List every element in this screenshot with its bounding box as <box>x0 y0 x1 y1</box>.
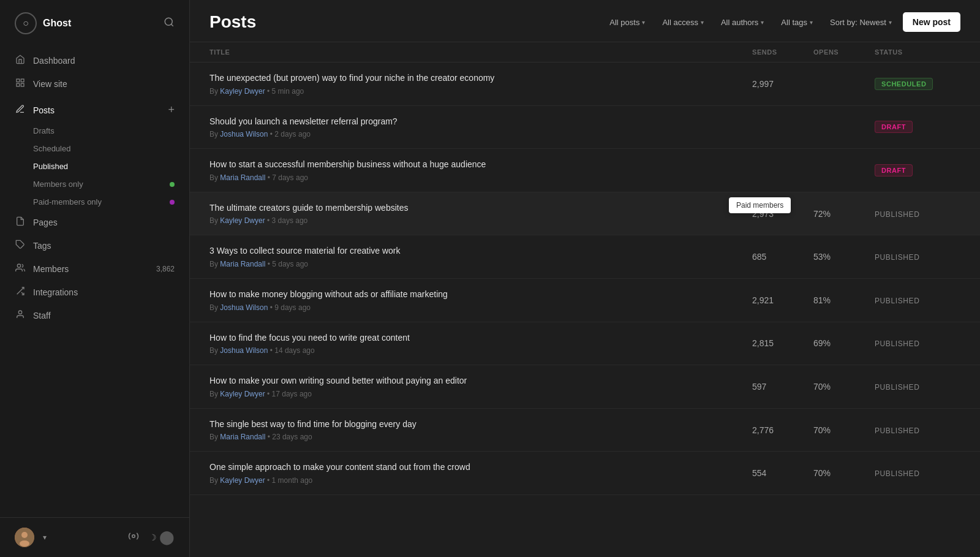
post-info: The single best way to find time for blo… <box>209 419 752 442</box>
opens-cell: 53% <box>813 252 875 262</box>
table-row[interactable]: How to find the focus you need to write … <box>190 322 980 366</box>
sidebar-item-drafts[interactable]: Drafts <box>0 122 189 140</box>
svg-rect-1 <box>17 79 20 82</box>
filter-all-tags[interactable]: All tags ▾ <box>775 14 819 31</box>
table-row[interactable]: Should you launch a newsletter referral … <box>190 106 980 150</box>
brand-logo-icon: ○ <box>15 12 37 34</box>
post-info: How to start a successful membership bus… <box>209 159 752 182</box>
view-site-icon <box>15 78 26 90</box>
post-time: 23 days ago <box>272 433 312 441</box>
post-info: 3 Ways to collect source material for cr… <box>209 245 752 268</box>
post-info: How to find the focus you need to write … <box>209 332 752 355</box>
table-row[interactable]: The ultimate creators guide to membershi… <box>190 192 980 236</box>
sends-cell: 2,815 <box>752 338 813 348</box>
filter-all-authors[interactable]: All authors ▾ <box>715 14 770 31</box>
post-time: 9 days ago <box>274 303 311 312</box>
sidebar-brand[interactable]: ○ Ghost <box>15 12 71 34</box>
header-filters: All posts ▾ All access ▾ All authors ▾ A… <box>603 12 960 32</box>
sidebar-item-dashboard[interactable]: Dashboard <box>0 49 189 72</box>
sidebar-item-paid-members-only[interactable]: Paid-members only <box>0 193 189 211</box>
sidebar-header: ○ Ghost <box>0 0 189 44</box>
status-cell: DRAFT <box>875 121 960 133</box>
post-author: Joshua Wilson <box>220 346 268 355</box>
brand-name: Ghost <box>43 18 71 29</box>
sidebar-item-scheduled[interactable]: Scheduled <box>0 140 189 157</box>
post-author: Joshua Wilson <box>220 130 268 138</box>
posts-icon <box>15 104 26 116</box>
post-author: Kayley Dwyer <box>220 216 265 225</box>
staff-icon <box>15 309 26 322</box>
theme-toggle[interactable]: ☽ ⬤ <box>149 529 175 545</box>
sidebar-item-members-only[interactable]: Members only <box>0 175 189 193</box>
post-title: How to start a successful membership bus… <box>209 159 752 171</box>
members-only-label: Members only <box>33 180 83 189</box>
sidebar-item-integrations[interactable]: Integrations <box>0 281 189 304</box>
post-meta: By Kayley Dwyer • 3 days ago <box>209 216 752 225</box>
table-row[interactable]: How to make your own writing sound bette… <box>190 365 980 409</box>
filter-all-access[interactable]: All access ▾ <box>656 14 710 31</box>
sidebar-item-members[interactable]: Members 3,862 <box>0 257 189 281</box>
sidebar-footer: ▾ ☽ ⬤ <box>0 517 189 557</box>
integrations-icon <box>15 286 26 298</box>
table-row[interactable]: How to start a successful membership bus… <box>190 149 980 192</box>
sidebar-item-staff[interactable]: Staff <box>0 304 189 327</box>
posts-section: Posts + Drafts Scheduled Published Membe… <box>0 98 189 211</box>
staff-label: Staff <box>33 311 175 320</box>
chevron-down-icon: ▾ <box>810 19 813 26</box>
post-info: How to make money blogging without ads o… <box>209 289 752 312</box>
sidebar: ○ Ghost Dashboard View site <box>0 0 190 557</box>
user-info[interactable]: ▾ <box>15 528 47 547</box>
col-opens: OPENS <box>813 48 875 56</box>
svg-point-11 <box>21 532 28 538</box>
post-meta: By Kayley Dwyer • 5 min ago <box>209 87 752 96</box>
sidebar-item-tags[interactable]: Tags <box>0 234 189 257</box>
opens-cell: 81% <box>813 295 875 305</box>
table-row[interactable]: How to make money blogging without ads o… <box>190 279 980 322</box>
avatar <box>15 528 34 547</box>
sidebar-item-posts[interactable]: Posts + <box>0 98 189 122</box>
settings-icon[interactable] <box>128 531 139 544</box>
tags-label: Tags <box>33 241 175 251</box>
table-row[interactable]: 3 Ways to collect source material for cr… <box>190 235 980 279</box>
opens-cell: 69% <box>813 338 875 348</box>
post-time: 14 days ago <box>274 346 314 355</box>
table-row[interactable]: One simple approach to make your content… <box>190 452 980 495</box>
posts-sub-nav: Drafts Scheduled Published Members only … <box>0 122 189 211</box>
filter-sort[interactable]: Sort by: Newest ▾ <box>824 14 898 31</box>
post-time: 5 days ago <box>272 260 308 268</box>
home-icon <box>15 55 26 67</box>
status-cell: PUBLISHED <box>875 468 960 478</box>
chevron-down-icon: ▾ <box>701 19 704 26</box>
paid-members-tooltip: Paid members <box>729 197 791 213</box>
post-meta: By Kayley Dwyer • 17 days ago <box>209 390 752 398</box>
status-badge: PUBLISHED <box>875 210 919 219</box>
post-meta: By Joshua Wilson • 14 days ago <box>209 346 752 355</box>
sidebar-item-view-site[interactable]: View site <box>0 72 189 96</box>
svg-rect-4 <box>17 83 20 86</box>
sends-cell: 554 <box>752 468 813 478</box>
status-cell: PUBLISHED <box>875 425 960 435</box>
svg-point-13 <box>132 535 135 538</box>
chevron-down-icon: ▾ <box>761 19 764 26</box>
svg-point-0 <box>165 18 172 25</box>
post-title: The unexpected (but proven) way to find … <box>209 72 752 85</box>
opens-cell: 70% <box>813 468 875 478</box>
toggle-switch[interactable]: ⬤ <box>159 529 175 545</box>
add-post-button[interactable]: + <box>168 104 175 116</box>
sidebar-item-pages[interactable]: Pages <box>0 211 189 234</box>
paid-members-only-label: Paid-members only <box>33 197 102 207</box>
filter-all-posts[interactable]: All posts ▾ <box>603 14 651 31</box>
table-row[interactable]: The single best way to find time for blo… <box>190 409 980 452</box>
sidebar-item-published[interactable]: Published <box>0 157 189 175</box>
table-row[interactable]: The unexpected (but proven) way to find … <box>190 63 980 106</box>
status-badge: DRAFT <box>875 121 913 133</box>
status-cell: PUBLISHED <box>875 252 960 262</box>
new-post-button[interactable]: New post <box>903 12 960 32</box>
sends-cell: 2,921 <box>752 295 813 305</box>
post-time: 5 min ago <box>272 87 304 96</box>
post-info: The unexpected (but proven) way to find … <box>209 72 752 96</box>
search-button[interactable] <box>164 17 175 31</box>
post-meta: By Maria Randall • 7 days ago <box>209 173 752 182</box>
members-count: 3,862 <box>156 265 175 273</box>
post-meta: By Joshua Wilson • 9 days ago <box>209 303 752 312</box>
